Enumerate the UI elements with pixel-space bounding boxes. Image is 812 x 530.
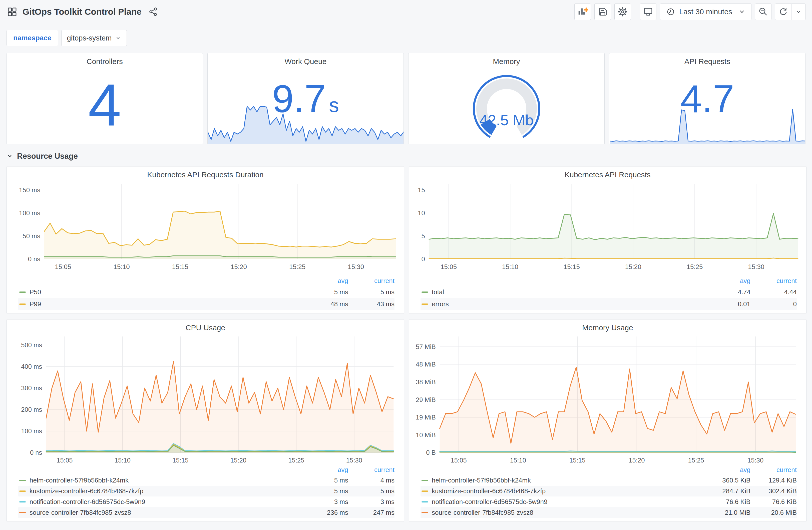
svg-text:100 ms: 100 ms [19,209,40,217]
save-dashboard-button[interactable] [594,3,611,20]
legend-series-label[interactable]: notification-controller-6d56575dc-5w9n9 [432,498,708,506]
duration-chart[interactable]: 15:0515:1015:1515:2015:2515:300 ns50 ms1… [7,180,404,271]
legend-avg-value: 0.01 [708,300,751,308]
legend-sort-current[interactable]: current [348,466,394,474]
dashboard-grid-icon[interactable] [6,6,17,17]
legend-series-label[interactable]: source-controller-7fb84fc985-zvsz8 [432,509,708,516]
requests-chart[interactable]: 15:0515:1015:1515:2015:2515:30051015 [409,180,807,271]
memory-chart[interactable]: 15:0515:1015:1515:2015:2515:300 B10 MiB1… [409,333,807,465]
panel-work-queue: Work Queue 9.7s [207,53,404,144]
legend-current-value: 5 ms [348,487,394,495]
cycle-view-button[interactable] [640,3,656,20]
legend-row: P505 ms5 ms [18,286,394,298]
svg-text:15:10: 15:10 [114,263,130,270]
legend-sort-avg[interactable]: avg [306,277,348,285]
memory-legend: avgcurrenthelm-controller-57f9b56bbf-k24… [409,465,806,521]
add-panel-button[interactable] [574,3,591,20]
cpu-chart[interactable]: 15:0515:1015:1515:2015:2515:300 ns100 ms… [7,333,404,465]
svg-text:15:05: 15:05 [57,457,73,464]
section-collapse-chevron-icon [6,153,13,160]
series-color-dash [19,512,26,513]
legend-sort-avg[interactable]: avg [306,466,348,474]
series-color-dash [19,304,26,305]
svg-text:15:10: 15:10 [510,457,526,464]
legend-avg-value: 236 ms [306,509,348,516]
legend-series-label[interactable]: source-controller-7fb84fc985-zvsz8 [30,509,306,516]
refresh-button-group [775,3,806,20]
legend-sort-current[interactable]: current [751,277,797,285]
panel-title[interactable]: Work Queue [208,53,404,66]
share-icon[interactable] [148,7,158,17]
svg-text:15:30: 15:30 [748,263,764,270]
legend-series-label[interactable]: kustomize-controller-6c6784b468-7kzfp [432,487,708,495]
legend-sort-avg[interactable]: avg [708,277,751,285]
svg-text:15:10: 15:10 [502,263,518,270]
legend-series-label[interactable]: helm-controller-57f9b56bbf-k24mk [432,476,708,484]
svg-text:300 ms: 300 ms [21,384,42,392]
legend-series-label[interactable]: notification-controller-6d56575dc-5w9n9 [30,498,306,506]
svg-text:15: 15 [418,186,425,194]
legend-series-label[interactable]: total [432,288,708,296]
legend-header: avgcurrent [421,276,797,286]
clock-icon [666,7,676,17]
series-color-dash [421,292,428,293]
legend-row: helm-controller-57f9b56bbf-k24mk5 ms4 ms [18,475,394,486]
legend-header: avgcurrent [18,276,394,286]
legend-series-label[interactable]: P99 [30,300,306,308]
svg-text:15:25: 15:25 [289,263,305,270]
legend-series-label[interactable]: P50 [30,288,306,296]
controllers-value: 4 [7,75,203,135]
panel-title[interactable]: API Requests [609,53,805,66]
legend-current-value: 247 ms [348,509,394,516]
legend-avg-value: 284.7 KiB [708,487,751,495]
panel-api-requests-stat: API Requests 4.7 [609,53,806,144]
panel-title[interactable]: Kubernetes API Requests [409,166,806,179]
svg-text:15:20: 15:20 [230,457,246,464]
svg-text:15:30: 15:30 [348,263,364,270]
panel-title[interactable]: Kubernetes API Requests Duration [7,166,404,179]
svg-text:15:20: 15:20 [625,263,641,270]
toolbar: Last 30 minutes [574,3,806,20]
legend-current-value: 302.4 KiB [751,487,797,495]
legend-series-label[interactable]: errors [432,300,708,308]
stat-row: Controllers 4 Work Queue 9.7s Memory 42.… [6,53,806,144]
legend-sort-avg[interactable]: avg [708,466,751,474]
panel-title[interactable]: Memory [408,53,604,66]
section-resource-usage[interactable]: Resource Usage [6,152,806,161]
settings-button[interactable] [614,3,631,20]
legend-current-value: 43 ms [348,300,394,308]
panel-title[interactable]: CPU Usage [7,320,404,332]
legend-sort-current[interactable]: current [751,466,797,474]
panel-title[interactable]: Controllers [7,53,203,66]
chart-row-2: CPU Usage 15:0515:1015:1515:2015:2515:30… [6,319,806,522]
legend-current-value: 3 ms [348,498,394,506]
duration-legend: avgcurrentP505 ms5 msP9948 ms43 ms [7,276,404,313]
svg-text:5: 5 [421,232,425,240]
zoom-out-button[interactable] [755,3,771,20]
legend-sort-current[interactable]: current [348,277,394,285]
series-color-dash [19,480,26,481]
svg-text:15:25: 15:25 [688,457,704,464]
series-color-dash [421,512,428,513]
legend-row: notification-controller-6d56575dc-5w9n93… [18,497,394,507]
memory-gauge: 42.5 Mb [441,66,571,144]
refresh-interval-chevron[interactable] [792,3,806,20]
time-range-label: Last 30 minutes [679,8,732,16]
namespace-variable-value: gitops-system [67,34,112,42]
legend-series-label[interactable]: helm-controller-57f9b56bbf-k24mk [30,476,306,484]
legend-series-label[interactable]: kustomize-controller-6c6784b468-7kzfp [30,487,306,495]
time-range-picker[interactable]: Last 30 minutes [660,3,752,20]
refresh-button[interactable] [775,3,792,20]
namespace-variable-select[interactable]: gitops-system [61,30,127,46]
svg-text:0 ns: 0 ns [30,449,42,456]
svg-text:0 ns: 0 ns [28,255,40,263]
svg-text:15:15: 15:15 [564,263,580,270]
svg-text:15:30: 15:30 [346,457,362,464]
svg-text:0 B: 0 B [426,449,436,456]
svg-text:200 ms: 200 ms [21,406,42,413]
legend-row: P9948 ms43 ms [18,298,394,310]
panel-memory-gauge: Memory 42.5 Mb [408,53,605,144]
legend-row: errors0.010 [421,298,797,310]
panel-controllers: Controllers 4 [6,53,203,144]
panel-title[interactable]: Memory Usage [409,320,806,332]
